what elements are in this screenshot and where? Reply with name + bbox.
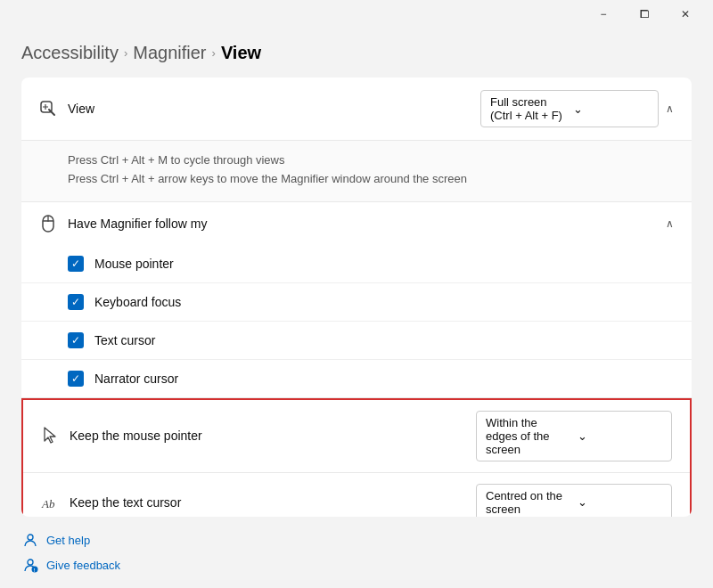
- breadcrumb-accessibility[interactable]: Accessibility: [21, 43, 119, 63]
- follow-section-chevron[interactable]: ∧: [666, 217, 674, 230]
- highlight-box: Keep the mouse pointer Within the edges …: [21, 398, 692, 517]
- checkbox-3[interactable]: ✓: [68, 371, 84, 387]
- text-cursor-dropdown[interactable]: Centred on the screen ⌄: [476, 484, 672, 517]
- give-feedback-icon: !: [21, 556, 39, 574]
- view-icon: [39, 100, 57, 118]
- view-dropdown-chevron: ⌄: [573, 102, 649, 116]
- give-feedback-row[interactable]: ! Give feedback: [21, 556, 692, 574]
- checkbox-row: ✓Text cursor: [21, 322, 692, 360]
- info-line-2: Press Ctrl + Alt + arrow keys to move th…: [68, 170, 674, 189]
- breadcrumb-separator-1: ›: [124, 46, 127, 60]
- mouse-pointer-dropdown-chevron: ⌄: [578, 429, 662, 443]
- give-feedback-text[interactable]: Give feedback: [46, 559, 120, 572]
- checkbox-row: ✓Narrator cursor: [21, 360, 692, 397]
- checkbox-list: ✓Mouse pointer✓Keyboard focus✓Text curso…: [21, 245, 692, 397]
- checkbox-0[interactable]: ✓: [68, 256, 84, 272]
- close-button[interactable]: ✕: [665, 0, 706, 29]
- checkbox-label-3: Narrator cursor: [94, 372, 178, 386]
- mouse-pointer-icon: [41, 427, 59, 445]
- info-line-1: Press Ctrl + Alt + M to cycle through vi…: [68, 151, 674, 170]
- highlighted-settings: Keep the mouse pointer Within the edges …: [21, 398, 692, 517]
- text-cursor-row: Ab Keep the text cursor Centred on the s…: [23, 473, 690, 517]
- text-cursor-dropdown-value: Centred on the screen: [486, 489, 570, 516]
- view-dropdown[interactable]: Full screen (Ctrl + Alt + F) ⌄: [480, 90, 659, 127]
- checkbox-label-1: Keyboard focus: [94, 295, 181, 309]
- view-section-chevron[interactable]: ∧: [666, 102, 674, 115]
- svg-point-10: [28, 559, 33, 565]
- follow-section-title: Have Magnifier follow my: [68, 216, 207, 231]
- settings-container: View Full screen (Ctrl + Alt + F) ⌄ ∧ Pr…: [21, 78, 692, 517]
- breadcrumb-magnifier[interactable]: Magnifier: [133, 43, 206, 63]
- checkbox-row: ✓Mouse pointer: [21, 245, 692, 283]
- follow-section: Have Magnifier follow my ∧ ✓Mouse pointe…: [21, 202, 692, 398]
- text-cursor-dropdown-chevron: ⌄: [578, 495, 662, 509]
- breadcrumb-current: View: [221, 43, 261, 63]
- checkbox-row: ✓Keyboard focus: [21, 283, 692, 322]
- mouse-pointer-dropdown-value: Within the edges of the screen: [486, 416, 570, 456]
- get-help-row[interactable]: Get help: [21, 531, 692, 549]
- svg-marker-7: [45, 428, 55, 443]
- cursor-icon: [39, 215, 57, 233]
- main-content: Accessibility › Magnifier › View: [0, 29, 713, 588]
- maximize-button[interactable]: ⧠: [624, 0, 665, 29]
- breadcrumb: Accessibility › Magnifier › View: [21, 43, 692, 63]
- breadcrumb-separator-2: ›: [212, 46, 216, 60]
- view-section-header[interactable]: View Full screen (Ctrl + Alt + F) ⌄ ∧: [21, 78, 692, 140]
- bottom-links: Get help ! Give feedback: [21, 517, 692, 574]
- view-dropdown-value: Full screen (Ctrl + Alt + F): [490, 95, 566, 122]
- get-help-icon: [21, 531, 39, 549]
- view-section: View Full screen (Ctrl + Alt + F) ⌄ ∧: [21, 78, 692, 141]
- info-block: Press Ctrl + Alt + M to cycle through vi…: [21, 141, 692, 202]
- title-bar: − ⧠ ✕: [0, 0, 713, 29]
- svg-text:Ab: Ab: [41, 497, 55, 510]
- mouse-pointer-dropdown[interactable]: Within the edges of the screen ⌄: [476, 411, 672, 461]
- get-help-text[interactable]: Get help: [46, 534, 90, 547]
- mouse-pointer-row: Keep the mouse pointer Within the edges …: [23, 400, 690, 473]
- minimize-button[interactable]: −: [583, 0, 624, 29]
- text-cursor-icon: Ab: [41, 494, 59, 511]
- view-section-title: View: [68, 102, 94, 116]
- follow-section-header[interactable]: Have Magnifier follow my ∧: [21, 202, 692, 245]
- text-cursor-label: Keep the text cursor: [70, 495, 181, 510]
- checkbox-label-0: Mouse pointer: [94, 257, 174, 271]
- mouse-pointer-label: Keep the mouse pointer: [70, 429, 202, 443]
- checkbox-2[interactable]: ✓: [68, 332, 84, 348]
- svg-point-9: [28, 535, 33, 540]
- checkbox-label-2: Text cursor: [94, 333, 155, 347]
- checkbox-1[interactable]: ✓: [68, 294, 84, 310]
